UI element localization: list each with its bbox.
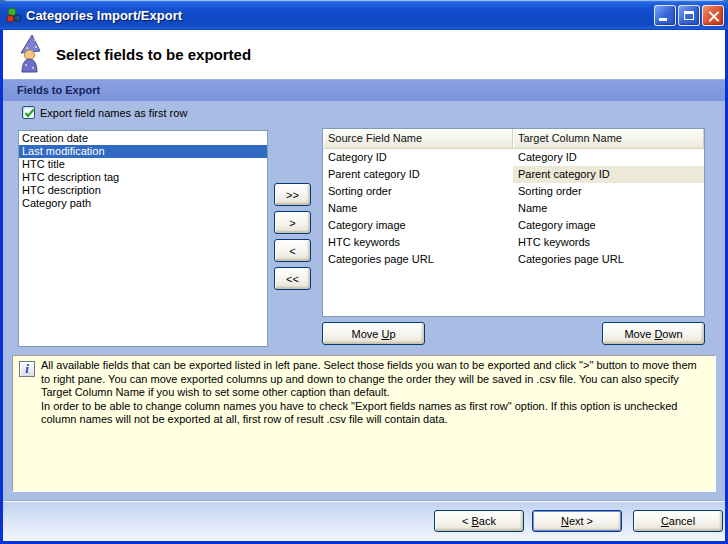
minimize-button[interactable] <box>654 5 676 26</box>
window-title: Categories Import/Export <box>26 8 182 23</box>
help-paragraph: In order to be able to change column nam… <box>41 400 705 427</box>
page-title: Select fields to be exported <box>56 30 251 79</box>
target-cell[interactable]: Category image <box>513 217 704 234</box>
move-left-button[interactable]: < <box>274 239 311 262</box>
help-text-panel: i All available fields that can be expor… <box>12 355 716 492</box>
wizard-header: Select fields to be exported <box>3 30 725 79</box>
group-title: Fields to Export <box>3 79 725 101</box>
list-item[interactable]: HTC title <box>19 158 267 171</box>
column-header-target[interactable]: Target Column Name <box>513 129 704 149</box>
title-bar[interactable]: Categories Import/Export <box>0 0 728 30</box>
target-cell[interactable]: Parent category ID <box>513 166 704 183</box>
move-all-left-button[interactable]: << <box>274 267 311 290</box>
maximize-button[interactable] <box>678 5 700 26</box>
move-right-button[interactable]: > <box>274 211 311 234</box>
target-cell[interactable]: HTC keywords <box>513 234 704 251</box>
export-first-row-option[interactable]: Export field names as first row <box>22 106 187 119</box>
info-icon: i <box>19 361 35 377</box>
source-cell: Name <box>323 200 513 217</box>
table-row[interactable]: Name Name <box>323 200 704 217</box>
source-cell: Sorting order <box>323 183 513 200</box>
cancel-button[interactable]: Cancel <box>633 510 723 532</box>
back-button[interactable]: < Back <box>434 510 524 532</box>
checkbox-label[interactable]: Export field names as first row <box>40 107 187 119</box>
minimize-icon <box>659 18 667 21</box>
target-cell[interactable]: Category ID <box>513 149 704 166</box>
window-controls <box>654 5 724 26</box>
target-cell[interactable]: Name <box>513 200 704 217</box>
move-up-button[interactable]: Move Up <box>322 322 425 345</box>
table-row[interactable]: Sorting order Sorting order <box>323 183 704 200</box>
move-down-button[interactable]: Move Down <box>602 322 705 345</box>
wizard-icon <box>16 34 44 78</box>
close-icon <box>709 11 720 22</box>
table-header: Source Field Name Target Column Name <box>323 129 704 149</box>
table-row[interactable]: HTC keywords HTC keywords <box>323 234 704 251</box>
table-row[interactable]: Parent category ID Parent category ID <box>323 166 704 183</box>
help-text: All available fields that can be exporte… <box>41 359 705 427</box>
list-item[interactable]: HTC description tag <box>19 171 267 184</box>
source-cell: Parent category ID <box>323 166 513 183</box>
move-all-right-button[interactable]: >> <box>274 183 311 206</box>
dialog-window: Categories Import/Export Select fields t… <box>0 0 728 544</box>
export-first-row-checkbox[interactable] <box>22 106 35 119</box>
list-item[interactable]: Category path <box>19 197 267 210</box>
list-item[interactable]: HTC description <box>19 184 267 197</box>
categories-app-icon <box>6 7 22 23</box>
help-paragraph: All available fields that can be exporte… <box>41 359 705 400</box>
source-cell: Category image <box>323 217 513 234</box>
table-row[interactable]: Categories page URL Categories page URL <box>323 251 704 268</box>
list-item[interactable]: Creation date <box>19 132 267 145</box>
target-cell[interactable]: Categories page URL <box>513 251 704 268</box>
column-header-source[interactable]: Source Field Name <box>323 129 513 149</box>
source-cell: Category ID <box>323 149 513 166</box>
check-icon <box>24 108 35 119</box>
table-row[interactable]: Category ID Category ID <box>323 149 704 166</box>
close-button[interactable] <box>702 5 724 26</box>
next-button[interactable]: Next > <box>532 510 622 532</box>
source-cell: Categories page URL <box>323 251 513 268</box>
available-fields-list[interactable]: Creation date Last modification HTC titl… <box>18 130 268 347</box>
export-fields-table: Source Field Name Target Column Name Cat… <box>322 128 705 317</box>
target-cell[interactable]: Sorting order <box>513 183 704 200</box>
list-item[interactable]: Last modification <box>19 145 267 158</box>
maximize-icon <box>684 11 694 20</box>
source-cell: HTC keywords <box>323 234 513 251</box>
table-row[interactable]: Category image Category image <box>323 217 704 234</box>
